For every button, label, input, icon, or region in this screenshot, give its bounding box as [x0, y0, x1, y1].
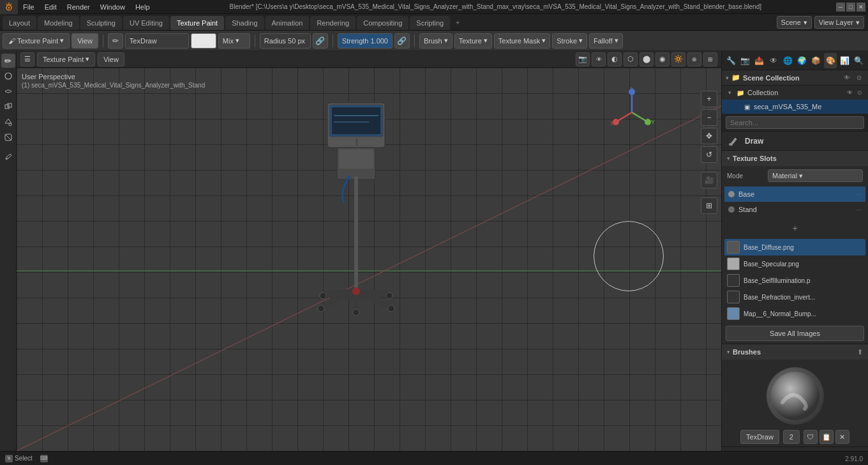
brush-name-display[interactable]: TexDraw: [740, 430, 779, 444]
brushes-expand-icon[interactable]: ⬆: [857, 348, 863, 356]
camera-toggle-icon[interactable]: 🎥: [701, 172, 717, 188]
viewport-mode-label[interactable]: Texture Paint ▾: [37, 52, 95, 66]
viewport-shading-icon[interactable]: ◐: [608, 52, 622, 66]
brush-shield-icon[interactable]: 🛡: [804, 430, 818, 444]
collection-item[interactable]: ▾ 📁 Collection 👁 ⊙: [722, 86, 868, 100]
texture-item-0[interactable]: Base_Diffuse.png: [724, 239, 865, 255]
menu-help[interactable]: Help: [130, 0, 155, 14]
viewport-view-button[interactable]: View: [98, 52, 124, 66]
stroke-dropdown[interactable]: Stroke ▾: [552, 33, 587, 49]
brush-close-icon[interactable]: ✕: [835, 430, 849, 444]
radius-lock-icon[interactable]: 🔗: [313, 33, 328, 49]
blend-mode-dropdown[interactable]: Mix ▾: [218, 33, 250, 49]
texture-slots-header[interactable]: ▾ Texture Slots: [722, 151, 868, 166]
view-button[interactable]: View: [71, 33, 98, 49]
tool-soften[interactable]: [1, 69, 15, 83]
zoom-in-icon[interactable]: +: [701, 91, 717, 107]
menu-edit[interactable]: Edit: [40, 0, 62, 14]
mode-value[interactable]: Material ▾: [768, 169, 863, 182]
tab-compositing[interactable]: Compositing: [357, 16, 408, 30]
brush-copy-icon[interactable]: 📋: [819, 430, 834, 444]
rp-tool-icon[interactable]: 🔧: [724, 53, 737, 68]
viewport-grid-icon[interactable]: ⊞: [703, 52, 717, 66]
slot-stand[interactable]: Stand ···: [724, 202, 865, 217]
object-item[interactable]: ▣ seca_mVSA_535_Me: [722, 100, 868, 114]
tool-mask[interactable]: [1, 130, 15, 144]
tab-shading[interactable]: Shading: [225, 16, 264, 30]
brushes-header[interactable]: ▾ Brushes ⬆: [722, 344, 868, 360]
texture-item-3[interactable]: Base_Refraction_invert...: [724, 289, 865, 305]
rp-material-icon[interactable]: 🎨: [824, 53, 837, 68]
tab-rendering[interactable]: Rendering: [310, 16, 355, 30]
texture-mask-dropdown[interactable]: Texture Mask ▾: [494, 33, 550, 49]
tool-fill[interactable]: [1, 115, 15, 129]
tab-layout[interactable]: Layout: [3, 16, 36, 30]
tab-animation[interactable]: Animation: [266, 16, 310, 30]
app-logo[interactable]: [0, 0, 18, 14]
tab-sculpting[interactable]: Sculpting: [80, 16, 122, 30]
texture-item-2[interactable]: Base_SelfIllumination.p: [724, 272, 865, 289]
viewport-canvas[interactable]: User Perspective (1) seca_mVSA_535_Medic…: [17, 68, 721, 451]
brush-type-button[interactable]: ✏: [108, 33, 123, 49]
slot-base[interactable]: Base ···: [724, 187, 865, 202]
scene-selector[interactable]: Scene ▾: [777, 16, 812, 29]
sc-select-icon[interactable]: ⊙: [854, 73, 864, 83]
minimize-button[interactable]: ─: [836, 3, 845, 11]
zoom-out-icon[interactable]: −: [701, 109, 717, 126]
viewport-solid-icon[interactable]: ⬤: [640, 52, 654, 66]
orbit-icon[interactable]: ↺: [701, 146, 717, 163]
mode-selector[interactable]: 🖌 Texture Paint ▾: [3, 33, 70, 49]
viewport-gizmo[interactable]: Z Y X: [606, 87, 657, 139]
rp-render-icon[interactable]: 📷: [738, 53, 751, 68]
rp-view-icon[interactable]: 👁: [767, 53, 780, 68]
col-vis-icon[interactable]: 👁: [845, 88, 854, 97]
rp-data-icon[interactable]: 📊: [838, 53, 851, 68]
tab-scripting[interactable]: Scripting: [410, 16, 450, 30]
tool-draw[interactable]: ✏: [1, 54, 15, 68]
tab-modeling[interactable]: Modeling: [38, 16, 79, 30]
viewport-camera-icon[interactable]: 📷: [576, 52, 590, 66]
texture-item-1[interactable]: Base_Specular.png: [724, 255, 865, 272]
search-input[interactable]: [726, 116, 864, 129]
close-button[interactable]: ✕: [857, 3, 865, 11]
menu-window[interactable]: Window: [95, 0, 130, 14]
rp-scene-icon[interactable]: 🌐: [781, 53, 794, 68]
maximize-button[interactable]: □: [846, 3, 855, 11]
viewport-render-icon[interactable]: 🔆: [671, 52, 685, 66]
tool-annotate[interactable]: [1, 149, 15, 164]
rp-world-icon[interactable]: 🌍: [795, 53, 808, 68]
rp-search-icon[interactable]: 🔍: [853, 53, 865, 68]
texture-dropdown[interactable]: Texture ▾: [454, 33, 492, 49]
rp-output-icon[interactable]: 📤: [753, 53, 766, 68]
scene-collection-header[interactable]: ▾ 📁 Scene Collection 👁 ⊙: [722, 70, 868, 86]
strength-field[interactable]: Strength 1.000: [338, 33, 393, 49]
viewport-wire-icon[interactable]: ⬡: [624, 52, 638, 66]
viewport-show-icon[interactable]: 👁: [592, 52, 606, 66]
tool-clone[interactable]: [1, 100, 15, 114]
grid-toggle-icon[interactable]: ⊞: [701, 197, 717, 214]
mode-row: Mode Material ▾: [727, 169, 863, 183]
pan-icon[interactable]: ✥: [701, 128, 717, 144]
strength-lock-icon[interactable]: 🔗: [394, 33, 410, 49]
tab-uv-editing[interactable]: UV Editing: [123, 16, 169, 30]
tab-texture-paint[interactable]: Texture Paint: [170, 16, 224, 30]
add-texture-slot-button[interactable]: +: [789, 222, 801, 234]
add-workspace-button[interactable]: +: [451, 16, 464, 29]
tool-smear[interactable]: [1, 84, 15, 98]
brush-name-input[interactable]: TexDraw: [125, 33, 189, 49]
sc-exclude-icon[interactable]: 👁: [842, 73, 852, 83]
save-all-images-button[interactable]: Save All Images: [726, 326, 864, 341]
rp-object-icon[interactable]: 📦: [810, 53, 823, 68]
menu-file[interactable]: File: [18, 0, 40, 14]
view-layer-selector[interactable]: View Layer ▾: [814, 16, 864, 29]
texture-item-4[interactable]: Map__6_Normal_Bump...: [724, 305, 865, 322]
viewport-overlays-icon[interactable]: ⊕: [687, 52, 701, 66]
radius-field[interactable]: Radius 50 px: [260, 33, 311, 49]
viewport-menu-button[interactable]: ☰: [20, 52, 34, 66]
brush-dropdown[interactable]: Brush ▾: [419, 33, 453, 49]
falloff-dropdown[interactable]: Falloff ▾: [589, 33, 623, 49]
color-swatch[interactable]: [191, 33, 216, 49]
menu-render[interactable]: Render: [62, 0, 95, 14]
col-select-icon[interactable]: ⊙: [855, 88, 864, 97]
viewport-material-icon[interactable]: ◉: [655, 52, 670, 66]
